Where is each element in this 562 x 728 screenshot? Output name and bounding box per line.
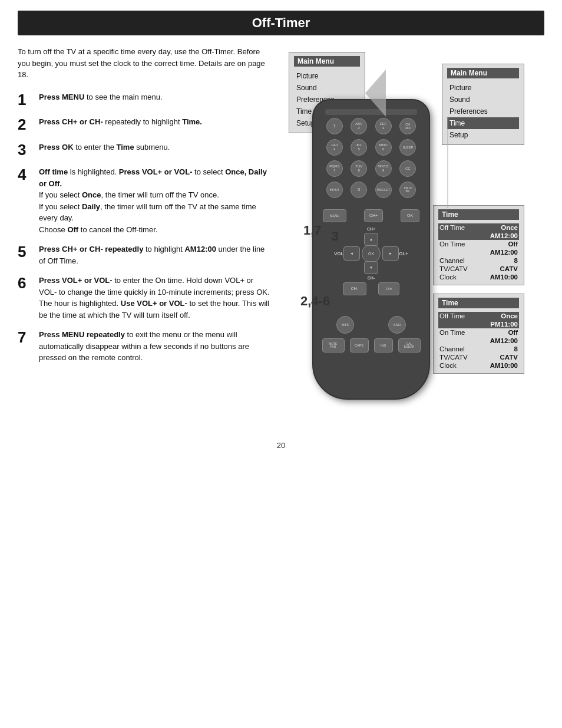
time-menu-bottom: Time Off TimeOnce PM11:00 On TimeOff AM1…: [433, 294, 524, 374]
ch-minus-dpad-label: CH-: [368, 276, 375, 280]
btn-fav[interactable]: FAV: [378, 282, 399, 295]
time-row-tvcatv: TV/CATVCATV: [438, 265, 519, 273]
time-row-clock: ClockAM10:00: [438, 273, 519, 281]
time-bottom-row-offtime-value: PM11:00: [438, 320, 519, 328]
page-footer: 20: [0, 441, 562, 450]
step-label-246: 2,4-6: [300, 294, 330, 309]
step-4: 4 Off time is highlighted. Press VOL+ or…: [18, 166, 271, 235]
btn-def-3[interactable]: DEF3: [375, 118, 392, 134]
remote-top-section: 1 ABC2 DEF3 CHOFF GHI4 JKL5 MNO6 SLEEP: [322, 118, 420, 203]
btn-notepad[interactable]: NOTEPAD: [322, 338, 345, 353]
btn-input[interactable]: INPUT: [326, 182, 343, 198]
step-label-17: 1,7: [303, 223, 322, 238]
time-bottom-row-ontime-label: On TimeOff: [438, 328, 519, 337]
btn-abc-2[interactable]: ABC2: [351, 118, 367, 134]
step-7-number: 7: [18, 329, 39, 346]
menu-right-sound: Sound: [447, 94, 519, 106]
time-menu-top-table: Off TimeOnce AM12:00 On TimeOff AM12:00: [438, 223, 519, 281]
ch-plus-row: MENU CH+ OK: [323, 209, 419, 222]
step-7-text: Press MENU repeatedly to exit the menu o…: [39, 329, 271, 364]
btn-ok-top[interactable]: OK: [401, 209, 419, 222]
btn-calendar[interactable]: CALENDAR: [398, 338, 421, 353]
time-bottom-row-channel: Channel8: [438, 345, 519, 353]
time-menu-top-title: Time: [438, 209, 519, 220]
remote-btn-row-1: 1 ABC2 DEF3 CHOFF: [322, 118, 420, 134]
btn-pqrs-7[interactable]: PQRS7: [326, 160, 343, 177]
remote-screen: [325, 109, 417, 115]
time-menu-top: Time Off TimeOnce AM12:00 On TimeOff AM1…: [433, 205, 524, 285]
time-bottom-row-tvcatv: TV/CATVCATV: [438, 353, 519, 361]
btn-menu[interactable]: MENU: [323, 209, 346, 222]
step-2: 2 Press CH+ or CH- repeatedly to highlig…: [18, 116, 271, 133]
time-bottom-row-clock: ClockAM10:00: [438, 361, 519, 370]
btn-ch-plus-dpad[interactable]: ▲: [364, 233, 378, 246]
menu-item-sound: Sound: [294, 82, 360, 94]
page-title: Off-Timer: [18, 11, 544, 35]
btn-1[interactable]: 1: [326, 118, 343, 134]
step-5-text: Press CH+ or CH- repeatedly to highlight…: [39, 243, 271, 266]
right-inner: Main Menu Picture Sound Preferences Time…: [277, 46, 530, 423]
time-row-offtime-value: AM12:00: [438, 232, 519, 240]
btn-ch-plus-top[interactable]: CH+: [364, 209, 383, 222]
step-2-text: Press CH+ or CH- repeatedly to highlight…: [39, 116, 271, 128]
btn-sleep[interactable]: SLEEP: [399, 139, 416, 156]
btn-jkl-5[interactable]: JKL5: [351, 139, 367, 156]
btn-ch-minus-dpad[interactable]: ▼: [364, 261, 378, 274]
remote-btn-row-2: GHI4 JKL5 MNO6 SLEEP: [322, 139, 420, 156]
main-menu-right-title: Main Menu: [447, 68, 519, 78]
step-4-text: Off time is highlighted. Press VOL+ or V…: [39, 166, 271, 235]
btn-insert[interactable]: INS: [374, 338, 393, 353]
btn-ghi-4[interactable]: GHI4: [326, 139, 343, 156]
btn-caps[interactable]: CAPS: [350, 338, 369, 353]
step-label-3: 3: [332, 229, 339, 244]
btn-choff[interactable]: CHOFF: [399, 118, 416, 134]
btn-sound[interactable]: SND: [388, 316, 406, 334]
remote-btn-row-4: INPUT 0 PRESET INFO/BIL: [322, 182, 420, 198]
step-3-number: 3: [18, 141, 39, 159]
intro-text: To turn off the TV at a specific time ev…: [18, 46, 271, 81]
main-menu-top-title: Main Menu: [294, 56, 360, 67]
step-1: 1 Press MENU to see the main menu.: [18, 91, 271, 108]
btn-0[interactable]: 0: [351, 182, 367, 198]
step-6: 6 Press VOL+ or VOL- to enter the On tim…: [18, 275, 271, 321]
btn-ok-center[interactable]: OK: [362, 244, 381, 263]
btn-cc[interactable]: CC: [399, 160, 416, 177]
step-3: 3 Press OK to enter the Time submenu.: [18, 141, 271, 159]
page-container: Off-Timer To turn off the TV at a specif…: [0, 11, 562, 450]
bottom-row-1: MTS SND: [319, 316, 423, 334]
time-bottom-row-ontime-value: AM12:00: [438, 337, 519, 345]
time-bottom-row-offtime-label: Off TimeOnce: [438, 312, 519, 320]
step-5: 5 Press CH+ or CH- repeatedly to highlig…: [18, 243, 271, 266]
step-6-text: Press VOL+ or VOL- to enter the On time.…: [39, 275, 271, 321]
step-2-number: 2: [18, 116, 39, 133]
step-5-number: 5: [18, 243, 39, 261]
remote-control: 1,7 2,4-6 3 1 ABC2 DEF3 CHOFF: [312, 99, 436, 406]
btn-tuv-8[interactable]: TUV8: [351, 160, 367, 177]
left-column: To turn off the TV at a specific time ev…: [18, 46, 271, 423]
btn-ch-minus-bottom[interactable]: CH-: [343, 282, 366, 295]
time-row-ontime-value: AM12:00: [438, 248, 519, 256]
nav-area: MENU CH+ OK VOL- VOL+ CH: [313, 209, 429, 295]
remote-body: 1 ABC2 DEF3 CHOFF GHI4 JKL5 MNO6 SLEEP: [312, 99, 430, 400]
remote-bottom-area: MTS SND NOTEPAD CAPS INS CALENDAR: [319, 316, 423, 357]
menu-right-preferences: Preferences: [447, 106, 519, 117]
main-menu-right: Main Menu Picture Sound Preferences Time…: [442, 64, 524, 145]
remote-btn-row-3: PQRS7 TUV8 WXYZ9 CC: [322, 160, 420, 177]
menu-item-picture: Picture: [294, 70, 360, 82]
btn-infobil[interactable]: INFO/BIL: [399, 182, 416, 198]
menu-right-picture: Picture: [447, 82, 519, 94]
dpad-area: VOL- VOL+ CH+ CH- OK ◄: [333, 227, 409, 280]
btn-mno-6[interactable]: MNO6: [375, 139, 392, 156]
step-4-number: 4: [18, 166, 39, 183]
menu-right-time: Time: [447, 117, 519, 129]
btn-vol-plus[interactable]: ►: [382, 246, 399, 261]
btn-mts[interactable]: MTS: [336, 316, 354, 334]
ch-minus-row: CH- FAV: [343, 282, 399, 295]
ch-plus-dpad-label: CH+: [367, 227, 375, 231]
btn-preset[interactable]: PRESET: [375, 182, 392, 198]
btn-wxyz-9[interactable]: WXYZ9: [375, 160, 392, 177]
btn-vol-minus[interactable]: ◄: [343, 246, 360, 261]
step-1-number: 1: [18, 91, 39, 108]
menu-right-setup: Setup: [447, 129, 519, 141]
time-row-channel: Channel8: [438, 256, 519, 265]
